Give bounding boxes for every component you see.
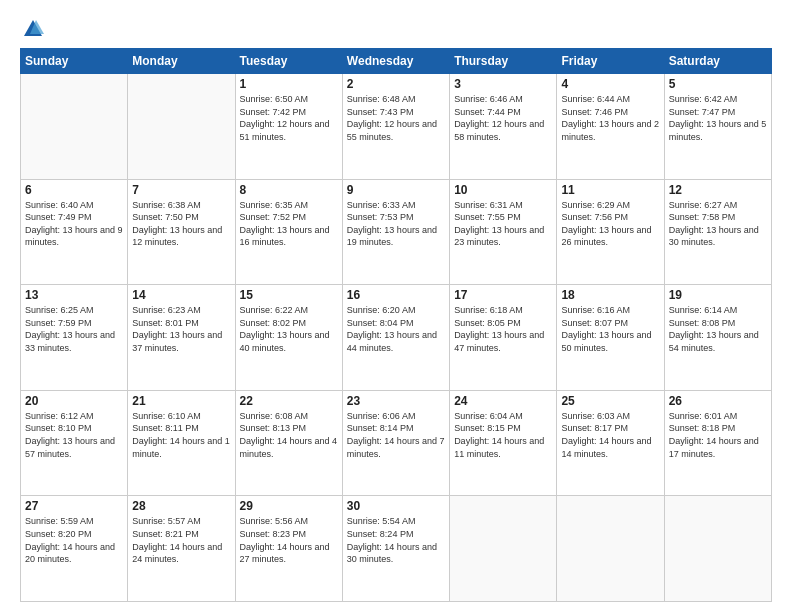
day-info: Sunrise: 6:14 AM Sunset: 8:08 PM Dayligh… [669, 304, 767, 354]
calendar-cell: 11Sunrise: 6:29 AM Sunset: 7:56 PM Dayli… [557, 179, 664, 285]
header [20, 18, 772, 40]
day-number: 1 [240, 77, 338, 91]
day-number: 17 [454, 288, 552, 302]
day-info: Sunrise: 6:12 AM Sunset: 8:10 PM Dayligh… [25, 410, 123, 460]
calendar-week-row: 1Sunrise: 6:50 AM Sunset: 7:42 PM Daylig… [21, 74, 772, 180]
day-number: 12 [669, 183, 767, 197]
calendar-cell: 1Sunrise: 6:50 AM Sunset: 7:42 PM Daylig… [235, 74, 342, 180]
calendar-cell: 24Sunrise: 6:04 AM Sunset: 8:15 PM Dayli… [450, 390, 557, 496]
calendar-cell: 10Sunrise: 6:31 AM Sunset: 7:55 PM Dayli… [450, 179, 557, 285]
calendar-cell: 16Sunrise: 6:20 AM Sunset: 8:04 PM Dayli… [342, 285, 449, 391]
calendar-cell: 8Sunrise: 6:35 AM Sunset: 7:52 PM Daylig… [235, 179, 342, 285]
day-number: 20 [25, 394, 123, 408]
day-header-thursday: Thursday [450, 49, 557, 74]
day-info: Sunrise: 6:38 AM Sunset: 7:50 PM Dayligh… [132, 199, 230, 249]
calendar-cell: 20Sunrise: 6:12 AM Sunset: 8:10 PM Dayli… [21, 390, 128, 496]
calendar-cell: 21Sunrise: 6:10 AM Sunset: 8:11 PM Dayli… [128, 390, 235, 496]
day-number: 16 [347, 288, 445, 302]
calendar-cell: 23Sunrise: 6:06 AM Sunset: 8:14 PM Dayli… [342, 390, 449, 496]
calendar-cell: 15Sunrise: 6:22 AM Sunset: 8:02 PM Dayli… [235, 285, 342, 391]
day-number: 27 [25, 499, 123, 513]
calendar-cell: 26Sunrise: 6:01 AM Sunset: 8:18 PM Dayli… [664, 390, 771, 496]
calendar-cell: 6Sunrise: 6:40 AM Sunset: 7:49 PM Daylig… [21, 179, 128, 285]
day-info: Sunrise: 6:25 AM Sunset: 7:59 PM Dayligh… [25, 304, 123, 354]
day-info: Sunrise: 6:10 AM Sunset: 8:11 PM Dayligh… [132, 410, 230, 460]
day-number: 9 [347, 183, 445, 197]
day-header-sunday: Sunday [21, 49, 128, 74]
day-number: 22 [240, 394, 338, 408]
day-info: Sunrise: 6:08 AM Sunset: 8:13 PM Dayligh… [240, 410, 338, 460]
day-number: 10 [454, 183, 552, 197]
day-info: Sunrise: 6:33 AM Sunset: 7:53 PM Dayligh… [347, 199, 445, 249]
day-number: 11 [561, 183, 659, 197]
calendar-cell: 5Sunrise: 6:42 AM Sunset: 7:47 PM Daylig… [664, 74, 771, 180]
day-info: Sunrise: 6:20 AM Sunset: 8:04 PM Dayligh… [347, 304, 445, 354]
calendar-cell: 14Sunrise: 6:23 AM Sunset: 8:01 PM Dayli… [128, 285, 235, 391]
day-info: Sunrise: 6:27 AM Sunset: 7:58 PM Dayligh… [669, 199, 767, 249]
day-header-friday: Friday [557, 49, 664, 74]
calendar-cell: 18Sunrise: 6:16 AM Sunset: 8:07 PM Dayli… [557, 285, 664, 391]
day-info: Sunrise: 6:50 AM Sunset: 7:42 PM Dayligh… [240, 93, 338, 143]
day-number: 3 [454, 77, 552, 91]
day-info: Sunrise: 6:31 AM Sunset: 7:55 PM Dayligh… [454, 199, 552, 249]
day-number: 23 [347, 394, 445, 408]
calendar-cell: 9Sunrise: 6:33 AM Sunset: 7:53 PM Daylig… [342, 179, 449, 285]
day-info: Sunrise: 6:35 AM Sunset: 7:52 PM Dayligh… [240, 199, 338, 249]
day-info: Sunrise: 6:04 AM Sunset: 8:15 PM Dayligh… [454, 410, 552, 460]
calendar-cell [557, 496, 664, 602]
day-info: Sunrise: 6:40 AM Sunset: 7:49 PM Dayligh… [25, 199, 123, 249]
day-info: Sunrise: 6:01 AM Sunset: 8:18 PM Dayligh… [669, 410, 767, 460]
calendar-cell [450, 496, 557, 602]
calendar-cell: 22Sunrise: 6:08 AM Sunset: 8:13 PM Dayli… [235, 390, 342, 496]
calendar-week-row: 20Sunrise: 6:12 AM Sunset: 8:10 PM Dayli… [21, 390, 772, 496]
calendar-week-row: 6Sunrise: 6:40 AM Sunset: 7:49 PM Daylig… [21, 179, 772, 285]
calendar-cell: 4Sunrise: 6:44 AM Sunset: 7:46 PM Daylig… [557, 74, 664, 180]
day-header-saturday: Saturday [664, 49, 771, 74]
calendar-cell: 2Sunrise: 6:48 AM Sunset: 7:43 PM Daylig… [342, 74, 449, 180]
day-info: Sunrise: 6:22 AM Sunset: 8:02 PM Dayligh… [240, 304, 338, 354]
day-info: Sunrise: 6:42 AM Sunset: 7:47 PM Dayligh… [669, 93, 767, 143]
calendar-cell: 28Sunrise: 5:57 AM Sunset: 8:21 PM Dayli… [128, 496, 235, 602]
day-info: Sunrise: 6:48 AM Sunset: 7:43 PM Dayligh… [347, 93, 445, 143]
day-header-tuesday: Tuesday [235, 49, 342, 74]
day-info: Sunrise: 6:29 AM Sunset: 7:56 PM Dayligh… [561, 199, 659, 249]
day-number: 26 [669, 394, 767, 408]
calendar-cell: 19Sunrise: 6:14 AM Sunset: 8:08 PM Dayli… [664, 285, 771, 391]
day-number: 2 [347, 77, 445, 91]
calendar-cell: 30Sunrise: 5:54 AM Sunset: 8:24 PM Dayli… [342, 496, 449, 602]
day-number: 29 [240, 499, 338, 513]
calendar-cell: 27Sunrise: 5:59 AM Sunset: 8:20 PM Dayli… [21, 496, 128, 602]
calendar-cell: 17Sunrise: 6:18 AM Sunset: 8:05 PM Dayli… [450, 285, 557, 391]
day-info: Sunrise: 5:59 AM Sunset: 8:20 PM Dayligh… [25, 515, 123, 565]
calendar-header-row: SundayMondayTuesdayWednesdayThursdayFrid… [21, 49, 772, 74]
day-header-wednesday: Wednesday [342, 49, 449, 74]
day-number: 13 [25, 288, 123, 302]
calendar-week-row: 27Sunrise: 5:59 AM Sunset: 8:20 PM Dayli… [21, 496, 772, 602]
calendar-cell: 7Sunrise: 6:38 AM Sunset: 7:50 PM Daylig… [128, 179, 235, 285]
day-info: Sunrise: 6:44 AM Sunset: 7:46 PM Dayligh… [561, 93, 659, 143]
calendar-cell: 13Sunrise: 6:25 AM Sunset: 7:59 PM Dayli… [21, 285, 128, 391]
day-number: 15 [240, 288, 338, 302]
day-number: 28 [132, 499, 230, 513]
day-info: Sunrise: 6:46 AM Sunset: 7:44 PM Dayligh… [454, 93, 552, 143]
calendar-cell [664, 496, 771, 602]
calendar-week-row: 13Sunrise: 6:25 AM Sunset: 7:59 PM Dayli… [21, 285, 772, 391]
day-number: 5 [669, 77, 767, 91]
day-info: Sunrise: 5:54 AM Sunset: 8:24 PM Dayligh… [347, 515, 445, 565]
calendar-cell: 29Sunrise: 5:56 AM Sunset: 8:23 PM Dayli… [235, 496, 342, 602]
day-info: Sunrise: 6:03 AM Sunset: 8:17 PM Dayligh… [561, 410, 659, 460]
calendar-cell [128, 74, 235, 180]
calendar-cell: 25Sunrise: 6:03 AM Sunset: 8:17 PM Dayli… [557, 390, 664, 496]
day-number: 21 [132, 394, 230, 408]
day-number: 14 [132, 288, 230, 302]
calendar-table: SundayMondayTuesdayWednesdayThursdayFrid… [20, 48, 772, 602]
calendar-cell [21, 74, 128, 180]
day-number: 6 [25, 183, 123, 197]
logo [20, 18, 44, 40]
day-info: Sunrise: 5:56 AM Sunset: 8:23 PM Dayligh… [240, 515, 338, 565]
page: SundayMondayTuesdayWednesdayThursdayFrid… [0, 0, 792, 612]
day-number: 7 [132, 183, 230, 197]
day-number: 19 [669, 288, 767, 302]
day-info: Sunrise: 6:23 AM Sunset: 8:01 PM Dayligh… [132, 304, 230, 354]
day-number: 4 [561, 77, 659, 91]
